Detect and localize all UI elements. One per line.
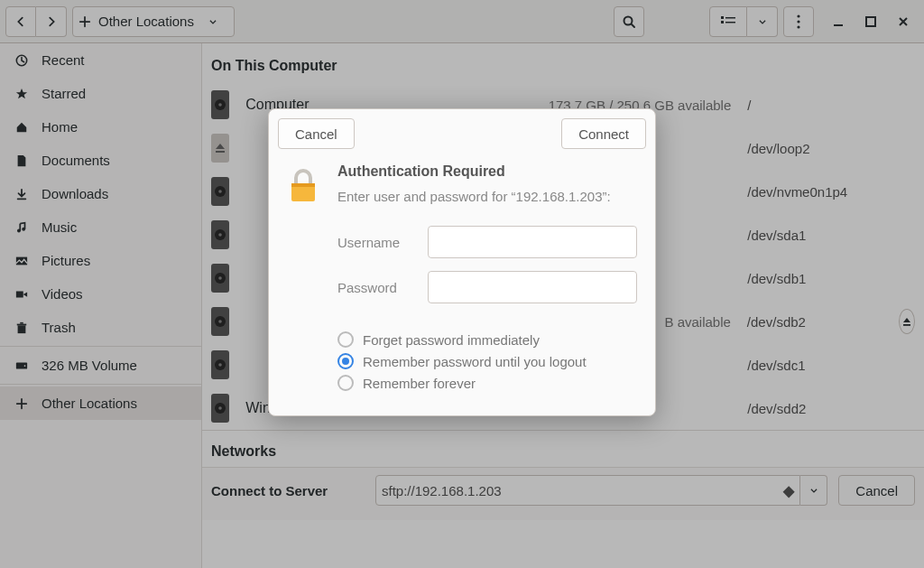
radio-icon xyxy=(337,331,354,348)
dialog-cancel-button[interactable]: Cancel xyxy=(278,118,355,149)
radio-label: Remember forever xyxy=(363,376,476,391)
radio-icon xyxy=(337,375,354,391)
username-input[interactable] xyxy=(428,226,637,258)
lock-icon xyxy=(287,163,323,394)
remember-option-radio[interactable]: Forget password immediately xyxy=(337,329,637,350)
remember-option-radio[interactable]: Remember password until you logout xyxy=(337,350,637,372)
svg-rect-37 xyxy=(291,183,315,187)
password-label: Password xyxy=(337,280,417,295)
radio-icon xyxy=(337,353,354,369)
password-input[interactable] xyxy=(428,271,637,303)
modal-overlay: Cancel Connect Authentication Required E… xyxy=(0,0,924,568)
auth-dialog: Cancel Connect Authentication Required E… xyxy=(268,108,656,416)
dialog-title: Authentication Required xyxy=(337,163,637,180)
radio-label: Forget password immediately xyxy=(363,332,540,348)
radio-label: Remember password until you logout xyxy=(363,354,587,369)
dialog-connect-button[interactable]: Connect xyxy=(561,118,646,149)
dialog-subtitle: Enter user and password for “192.168.1.2… xyxy=(337,189,637,204)
username-label: Username xyxy=(337,235,417,250)
remember-option-radio[interactable]: Remember forever xyxy=(337,372,637,394)
